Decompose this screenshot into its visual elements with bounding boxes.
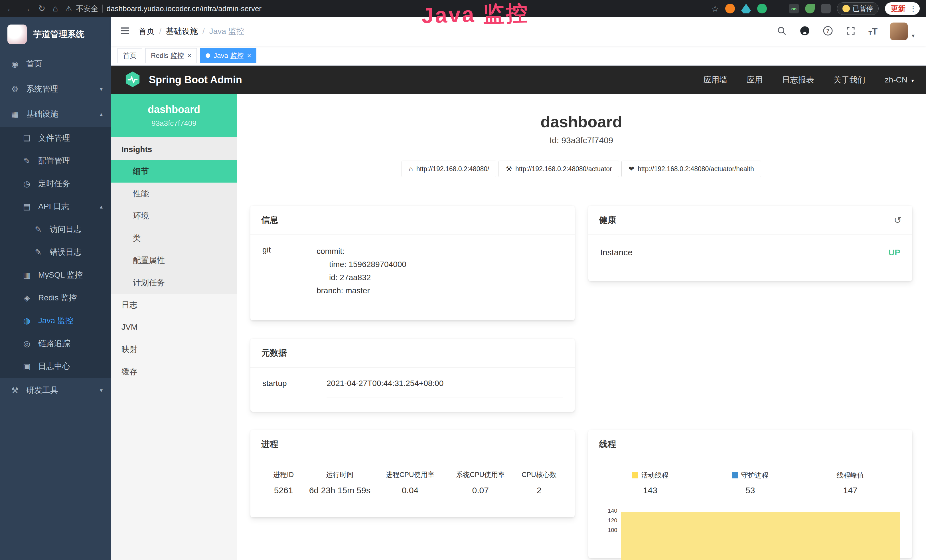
- collapse-sidebar-icon[interactable]: [119, 25, 131, 38]
- home-icon: ⌂: [409, 165, 413, 173]
- back-icon[interactable]: ←: [6, 4, 15, 13]
- page: ← → ↻ ⌂ ⚠ 不安全 dashboard.yudao.iocoder.cn…: [0, 0, 926, 560]
- spring-boot-admin-logo[interactable]: [124, 70, 141, 89]
- tag-redis-monitor[interactable]: Redis 监控 ×: [145, 48, 197, 63]
- sidebar-item-access-log[interactable]: ✎ 访问日志: [0, 218, 111, 241]
- warning-icon: ⚠: [65, 4, 72, 13]
- menu-performance[interactable]: 性能: [111, 183, 237, 205]
- instance-header[interactable]: dashboard 93a3fc7f7409: [111, 94, 237, 137]
- sba-header: Spring Boot Admin 应用墙 应用 日志报表 关于我们 zh-CN…: [111, 66, 926, 94]
- file-manage-icon: ❏: [22, 133, 32, 143]
- forward-icon[interactable]: →: [22, 4, 31, 13]
- extension-icon[interactable]: [757, 4, 767, 14]
- sidebar-item-file-manage[interactable]: ❏ 文件管理: [0, 127, 111, 150]
- menu-mappings[interactable]: 映射: [111, 338, 237, 360]
- tag-java-monitor[interactable]: Java 监控 ×: [200, 48, 256, 63]
- chevron-down-icon: ▾: [100, 86, 103, 92]
- breadcrumb-separator: /: [159, 27, 162, 36]
- tag-home[interactable]: 首页: [118, 48, 142, 63]
- extension-icon[interactable]: on: [789, 4, 799, 14]
- page-subtitle: Id: 93a3fc7f7409: [250, 136, 912, 145]
- address-bar[interactable]: ⚠ 不安全 dashboard.yudao.iocoder.cn/infra/a…: [65, 4, 704, 14]
- browser-menu-icon[interactable]: ⋮: [909, 4, 917, 13]
- sidebar-item-error-log[interactable]: ✎ 错误日志: [0, 241, 111, 263]
- nav-about[interactable]: 关于我们: [834, 74, 865, 85]
- sidebar-item-api-log[interactable]: ▤ API 日志 ▴: [0, 195, 111, 218]
- extension-icon[interactable]: [805, 4, 815, 14]
- sidebar-item-mysql-monitor[interactable]: ▥ MySQL 监控: [0, 263, 111, 286]
- fullscreen-icon[interactable]: [846, 26, 856, 37]
- paused-badge[interactable]: 已暂停: [837, 2, 879, 15]
- active-threads-value: 143: [600, 486, 701, 495]
- breadcrumb-item-current: Java 监控: [209, 26, 244, 37]
- breadcrumb-item-home[interactable]: 首页: [139, 26, 154, 37]
- search-icon[interactable]: [776, 26, 787, 37]
- menu-config-props[interactable]: 配置属性: [111, 249, 237, 272]
- extension-icon[interactable]: [741, 4, 751, 14]
- heart-icon: ❤: [629, 165, 634, 173]
- actuator-url-link[interactable]: ⚒ http://192.168.0.2:48080/actuator: [498, 160, 619, 177]
- service-url-link[interactable]: ⌂ http://192.168.0.2:48080/: [401, 160, 496, 177]
- sidebar-item-config-manage[interactable]: ✎ 配置管理: [0, 150, 111, 172]
- sidebar-item-log-center[interactable]: ▣ 日志中心: [0, 355, 111, 378]
- menu-logs[interactable]: 日志: [111, 294, 237, 316]
- scheduled-task-icon: ◷: [22, 179, 32, 189]
- active-threads-swatch: [632, 472, 638, 478]
- extension-icon[interactable]: [773, 4, 783, 14]
- app-logo[interactable]: 芋道管理系统: [0, 17, 111, 51]
- sidebar-item-home[interactable]: ◉ 首页: [0, 51, 111, 76]
- github-icon[interactable]: [799, 26, 810, 37]
- update-button[interactable]: 更新 ⋮: [885, 2, 920, 15]
- extensions-menu-icon[interactable]: [821, 4, 831, 14]
- app-title: 芋道管理系统: [33, 29, 85, 40]
- active-threads-area: [621, 512, 900, 560]
- nav-applications[interactable]: 应用: [747, 74, 763, 85]
- metadata-key: startup: [262, 379, 327, 397]
- sidebar-item-java-monitor[interactable]: ◍ Java 监控: [0, 309, 111, 332]
- avatar-caret-icon[interactable]: ▾: [912, 32, 915, 39]
- browser-home-icon[interactable]: ⌂: [53, 4, 58, 13]
- sidebar-item-system-manage[interactable]: ⚙ 系统管理 ▾: [0, 76, 111, 101]
- sba-nav: 应用墙 应用 日志报表 关于我们 zh-CN▾: [704, 74, 914, 85]
- trace-icon: ◎: [22, 339, 32, 348]
- extension-icon[interactable]: [725, 4, 735, 14]
- menu-details[interactable]: 细节: [111, 160, 237, 183]
- sba-brand-title[interactable]: Spring Boot Admin: [149, 74, 242, 86]
- help-icon[interactable]: ?: [823, 26, 833, 37]
- process-card: 进程 进程ID 运行时间 进程CPU使用率 系统CPU使用率 CPU核心数: [250, 430, 575, 517]
- menu-scheduled-tasks[interactable]: 计划任务: [111, 272, 237, 294]
- health-row: Instance UP: [600, 248, 900, 266]
- threads-card: 线程 活动线程 143: [589, 430, 912, 558]
- info-value: commit: time: 1596289704000 id: 27aa832 …: [316, 245, 563, 307]
- history-icon[interactable]: ↺: [894, 215, 902, 226]
- breadcrumb-item-infrastructure[interactable]: 基础设施: [166, 26, 198, 37]
- metadata-value: 2021-04-27T00:44:31.254+08:00: [327, 379, 563, 397]
- health-url-link[interactable]: ❤ http://192.168.0.2:48080/actuator/heal…: [622, 160, 761, 177]
- bookmark-icon[interactable]: ☆: [711, 4, 719, 14]
- log-center-icon: ▣: [22, 362, 32, 371]
- app-logo-avatar: [8, 24, 27, 44]
- close-icon[interactable]: ×: [247, 52, 251, 59]
- threads-legend: 活动线程 143 守护进程: [600, 467, 900, 495]
- info-card: 信息 git commit: time: 1596289704000 id: 2…: [250, 206, 575, 320]
- sidebar-item-redis-monitor[interactable]: ◈ Redis 监控: [0, 286, 111, 309]
- nav-wallboard[interactable]: 应用墙: [704, 74, 728, 85]
- reload-icon[interactable]: ↻: [38, 4, 45, 13]
- topbar-actions: ? TT ▾: [776, 23, 915, 40]
- menu-caches[interactable]: 缓存: [111, 360, 237, 383]
- close-icon[interactable]: ×: [188, 52, 191, 59]
- browser-actions: ☆ on 已暂停 更新 ⋮: [711, 2, 920, 15]
- sidebar-item-devtools[interactable]: ⚒ 研发工具 ▾: [0, 378, 111, 403]
- menu-environment[interactable]: 环境: [111, 205, 237, 227]
- nav-journal[interactable]: 日志报表: [782, 74, 814, 85]
- menu-classes[interactable]: 类: [111, 227, 237, 249]
- sidebar-item-trace[interactable]: ◎ 链路追踪: [0, 332, 111, 355]
- chevron-down-icon: ▾: [911, 78, 914, 83]
- sidebar-item-infrastructure[interactable]: ▦ 基础设施 ▴: [0, 101, 111, 127]
- nav-language-select[interactable]: zh-CN▾: [885, 75, 914, 85]
- user-avatar[interactable]: [890, 23, 908, 40]
- tags-bar: 首页 Redis 监控 × Java 监控 ×: [111, 45, 926, 66]
- menu-jvm[interactable]: JVM: [111, 316, 237, 338]
- font-size-icon[interactable]: TT: [869, 27, 878, 36]
- sidebar-item-scheduled-task[interactable]: ◷ 定时任务: [0, 172, 111, 195]
